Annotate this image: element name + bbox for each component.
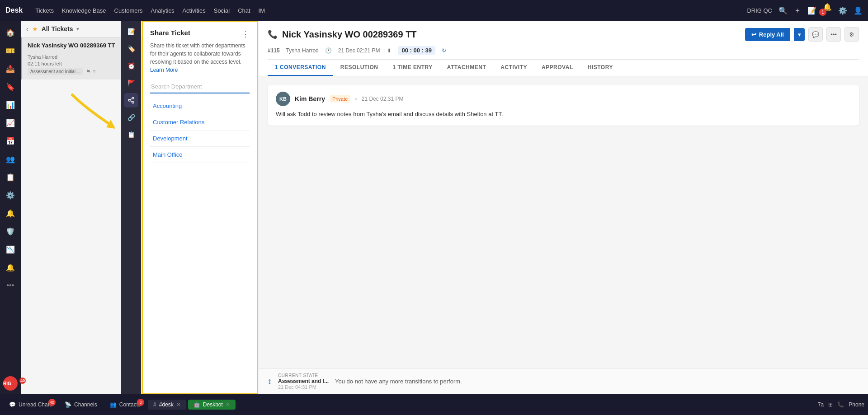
reply-all-dropdown[interactable]: ▾ <box>794 28 805 41</box>
ticket-item-time: 02:11 hours left <box>28 61 62 66</box>
nav-links: Tickets Knowledge Base Customers Analyti… <box>35 7 265 14</box>
bottom-taskbar: 💬 Unread Chats 40 📡 Channels 👥 Contacts … <box>0 394 868 415</box>
sidebar-team[interactable]: 👥 <box>2 151 19 167</box>
tab-activity[interactable]: ACTIVITY <box>493 60 534 76</box>
nav-social[interactable]: Social <box>214 7 230 14</box>
search-department-input[interactable] <box>150 80 250 93</box>
more-options-btn[interactable]: ••• <box>826 27 841 42</box>
phone-icon[interactable]: 📞 <box>837 401 844 408</box>
nav-knowledge-base[interactable]: Knowledge Base <box>62 7 106 14</box>
tab-approval[interactable]: APPROVAL <box>534 60 580 76</box>
taskbar-channels-label: Channels <box>74 401 97 408</box>
nav-customers[interactable]: Customers <box>114 7 143 14</box>
iconbar-share[interactable] <box>124 93 138 107</box>
ticket-tabs: 1 CONVERSATION RESOLUTION 1 TIME ENTRY A… <box>268 59 859 76</box>
channels-icon: 📡 <box>65 401 71 408</box>
search-icon[interactable]: 🔍 <box>778 6 788 15</box>
sidebar-bell[interactable]: 🔔 <box>2 205 19 221</box>
deskbot-close[interactable]: ✕ <box>226 401 230 408</box>
nav-analytics[interactable]: Analytics <box>151 7 174 14</box>
ticket-settings-btn[interactable]: ⚙ <box>844 27 859 42</box>
share-panel-title: Share Ticket <box>150 29 190 37</box>
taskbar-desk-chat[interactable]: # #desk ✕ <box>148 400 186 410</box>
message-icon-btn[interactable]: 💬 <box>808 27 823 42</box>
left-sidebar: 🏠 🎫 📥 🔖 📊 📈 📅 👥 📋 ⚙️ 🔔 🛡️ 📉 🔔 ••• RIG 40 <box>0 21 21 394</box>
avatar-icon[interactable]: 👤 <box>854 6 863 15</box>
nav-im[interactable]: IM <box>259 7 265 14</box>
share-panel: Share Ticket ⋮ Share this ticket with ot… <box>142 21 258 394</box>
desk-chat-close[interactable]: ✕ <box>176 401 181 408</box>
ticket-meta-row: #115 Tysha Harrod 🕐 21 Dec 02:21 PM ⏸ 00… <box>268 46 859 55</box>
ticket-number: #115 <box>268 47 280 54</box>
iconbar-link[interactable]: 🔗 <box>124 110 138 125</box>
back-arrow-icon[interactable]: ‹ <box>26 25 28 33</box>
refresh-icon[interactable]: ↻ <box>442 47 446 54</box>
nav-tickets[interactable]: Tickets <box>35 7 54 14</box>
iconbar-flag[interactable]: 🚩 <box>124 76 138 90</box>
taskbar-unread-label: Unread Chats <box>19 401 52 408</box>
ticket-actions: ↩ Reply All ▾ 💬 ••• ⚙ <box>745 27 859 42</box>
sidebar-shield[interactable]: 🛡️ <box>2 223 19 239</box>
sidebar-reports[interactable]: 📋 <box>2 169 19 185</box>
reply-all-button[interactable]: ↩ Reply All <box>745 28 790 41</box>
sidebar-inbox[interactable]: 📥 <box>2 61 19 77</box>
svg-line-3 <box>130 101 132 102</box>
message-sender: Kim Berry <box>295 95 325 103</box>
tab-conversation[interactable]: 1 CONVERSATION <box>268 60 333 76</box>
user-label[interactable]: DRIG QC <box>747 7 772 14</box>
sidebar-home[interactable]: 🏠 <box>2 24 19 41</box>
sidebar-user-avatar[interactable]: RIG 40 <box>3 376 18 391</box>
tab-history[interactable]: HISTORY <box>580 60 620 76</box>
tab-time-entry[interactable]: 1 TIME ENTRY <box>385 60 439 76</box>
ticket-header-top: 📞 Nick Yasinsky WO 00289369 TT ↩ Reply A… <box>268 27 859 42</box>
iconbar-list[interactable]: 📋 <box>124 127 138 142</box>
ticket-date-icon: 🕐 <box>325 47 332 54</box>
taskbar-channels[interactable]: 📡 Channels <box>59 400 103 410</box>
compose-icon[interactable]: 📝 <box>807 6 816 15</box>
share-panel-header: Share Ticket ⋮ <box>150 29 250 39</box>
taskbar-contacts[interactable]: 👥 Contacts 3 <box>104 400 146 410</box>
taskbar-unread-chats[interactable]: 💬 Unread Chats 40 <box>4 400 57 410</box>
nav-activities[interactable]: Activities <box>182 7 205 14</box>
pause-icon[interactable]: ⏸ <box>386 47 392 54</box>
star-icon[interactable]: ★ <box>32 25 38 33</box>
grid-icon[interactable]: ⊞ <box>828 401 833 408</box>
sidebar-bookmarks[interactable]: 🔖 <box>2 79 19 95</box>
iconbar-tag[interactable]: 🏷️ <box>124 42 138 56</box>
chevron-down-icon[interactable]: ▾ <box>76 26 79 32</box>
notification-icon[interactable]: 🔔1 <box>823 3 832 19</box>
plus-icon[interactable]: ＋ <box>794 6 801 15</box>
sidebar-charts[interactable]: 📈 <box>2 115 19 131</box>
learn-more-link[interactable]: Learn More <box>150 67 178 73</box>
sidebar-more[interactable]: ••• <box>2 277 19 294</box>
phone-label: Phone <box>849 401 864 408</box>
sidebar-analytics2[interactable]: 📉 <box>2 241 19 257</box>
sidebar-notification2[interactable]: 🔔 <box>2 259 19 275</box>
iconbar-notes[interactable]: 📝 <box>124 24 138 39</box>
contacts-icon: 👥 <box>110 401 117 408</box>
share-panel-menu-icon[interactable]: ⋮ <box>241 29 250 39</box>
ticket-list-title: All Tickets <box>42 25 73 33</box>
message-body: Will ask Todd to review notes from Tysha… <box>276 110 851 119</box>
nav-chat[interactable]: Chat <box>238 7 250 14</box>
dept-main-office[interactable]: Main Office <box>150 147 250 163</box>
taskbar-right: 7a ⊞ 📞 Phone <box>818 401 864 408</box>
hash-icon: # <box>153 401 156 408</box>
ticket-phone-icon: 📞 <box>268 29 278 39</box>
dept-customer-relations[interactable]: Customer Relations <box>150 114 250 131</box>
dept-accounting[interactable]: Accounting <box>150 98 250 114</box>
sidebar-analytics[interactable]: 📊 <box>2 97 19 113</box>
dept-development[interactable]: Development <box>150 131 250 147</box>
sidebar-calendar[interactable]: 📅 <box>2 133 19 149</box>
taskbar-deskbot[interactable]: 🤖 Deskbot ✕ <box>188 400 236 410</box>
current-state-icon: ↕ <box>268 377 272 386</box>
sidebar-tickets[interactable]: 🎫 <box>2 42 19 59</box>
iconbar-clock[interactable]: ⏰ <box>124 59 138 73</box>
settings-icon[interactable]: ⚙️ <box>838 6 847 15</box>
department-list: Accounting Customer Relations Developmen… <box>150 98 250 163</box>
ticket-item-title: Nick Yasinsky WO 00289369 TT <box>28 42 115 53</box>
tab-resolution[interactable]: RESOLUTION <box>333 60 386 76</box>
tab-attachment[interactable]: ATTACHMENT <box>440 60 494 76</box>
app-logo: Desk <box>5 6 23 14</box>
sidebar-settings[interactable]: ⚙️ <box>2 187 19 203</box>
